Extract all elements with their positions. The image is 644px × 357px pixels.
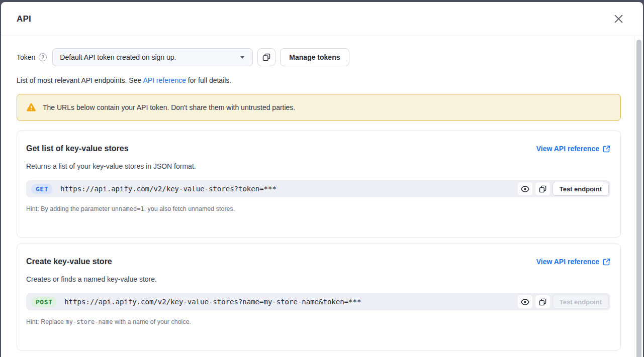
reveal-token-button[interactable] [517,182,533,196]
copy-icon [539,185,546,193]
hint-prefix: Hint: By adding the parameter [26,205,112,212]
card-header: Create key-value store View API referenc… [26,257,610,266]
warning-icon [26,103,36,112]
endpoint-url: https://api.apify.com/v2/key-value-store… [60,185,517,193]
warning-text: The URLs below contain your API token. D… [43,103,295,111]
endpoint-url: https://api.apify.com/v2/key-value-store… [64,298,517,306]
scrollbar-track[interactable] [634,37,643,357]
endpoint-actions: Test endpoint [517,295,609,309]
endpoint-card-get-list: Get list of key-value stores View API re… [17,131,621,237]
scrollbar-thumb[interactable] [636,40,641,357]
card-description: Creates or finds a named key-value store… [26,275,610,283]
eye-icon [521,186,529,192]
view-api-reference-label: View API reference [536,145,599,153]
dialog-header: API [1,2,643,36]
api-dialog: API Token ? Default API token created on… [1,2,643,357]
endpoint-card-create-store: Create key-value store View API referenc… [17,244,621,350]
token-select[interactable]: Default API token created on sign up. [52,48,253,66]
endpoint-hint: Hint: Replace my-store-name with a name … [26,318,610,325]
manage-tokens-button[interactable]: Manage tokens [280,48,349,66]
card-title: Create key-value store [26,257,112,266]
card-title: Get list of key-value stores [26,144,129,153]
hint-code: my-store-name [66,318,113,325]
external-link-icon [603,258,610,266]
dialog-title: API [17,14,31,24]
external-link-icon [603,145,610,153]
test-endpoint-button[interactable]: Test endpoint [553,295,609,309]
hint-suffix: , you also fetch unnamed stores. [144,205,235,212]
copy-url-button[interactable] [535,295,550,309]
copy-token-button[interactable] [257,48,275,66]
help-icon[interactable]: ? [39,53,47,61]
view-api-reference-label: View API reference [536,258,599,266]
endpoint-actions: Test endpoint [517,182,609,196]
intro-text: List of most relevant API endpoints. See… [17,76,621,84]
intro-text-before: List of most relevant API endpoints. See [17,76,143,84]
card-description: Returns a list of your key-value stores … [26,162,610,170]
close-icon [614,15,623,23]
hint-code: unnamed=1 [112,205,144,212]
token-row: Token ? Default API token created on sig… [17,48,621,66]
http-method-badge: GET [31,184,53,194]
intro-text-after: for full details. [186,76,231,84]
card-header: Get list of key-value stores View API re… [26,144,610,153]
close-button[interactable] [612,13,625,26]
endpoint-hint: Hint: By adding the parameter unnamed=1,… [26,205,610,212]
copy-url-button[interactable] [535,182,550,196]
view-api-reference-link[interactable]: View API reference [536,258,610,266]
copy-icon [262,53,270,61]
api-reference-link[interactable]: API reference [143,76,186,84]
copy-icon [539,298,546,306]
view-api-reference-link[interactable]: View API reference [536,145,610,153]
chevron-down-icon [240,56,244,59]
dialog-body: Token ? Default API token created on sig… [1,36,643,350]
token-warning-banner: The URLs below contain your API token. D… [17,94,621,121]
endpoint-url-bar: POST https://api.apify.com/v2/key-value-… [26,293,610,310]
hint-prefix: Hint: Replace [26,318,66,325]
reveal-token-button[interactable] [517,295,533,309]
test-endpoint-button[interactable]: Test endpoint [553,182,609,196]
http-method-badge: POST [31,297,57,307]
token-label: Token [17,53,35,61]
eye-icon [521,299,529,305]
hint-suffix: with a name of your choice. [113,318,191,325]
token-select-value: Default API token created on sign up. [60,53,176,61]
endpoint-url-bar: GET https://api.apify.com/v2/key-value-s… [26,180,610,197]
